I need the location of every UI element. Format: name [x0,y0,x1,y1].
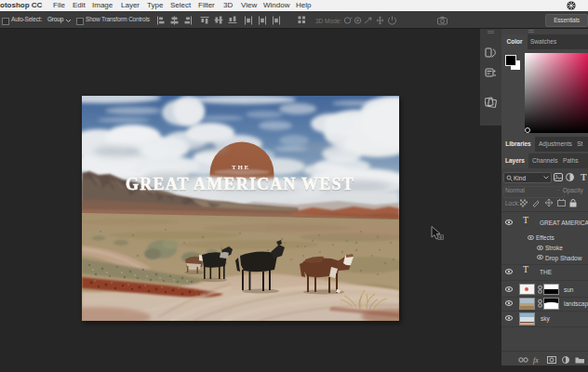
svg-text:GREAT AMERICAN WEST: GREAT AMERICAN WEST [126,175,354,193]
svg-text:fx: fx [533,356,539,365]
svg-text:3D Mode:: 3D Mode: [315,18,341,24]
svg-text:THE: THE [232,164,250,171]
svg-text:T: T [581,172,587,182]
